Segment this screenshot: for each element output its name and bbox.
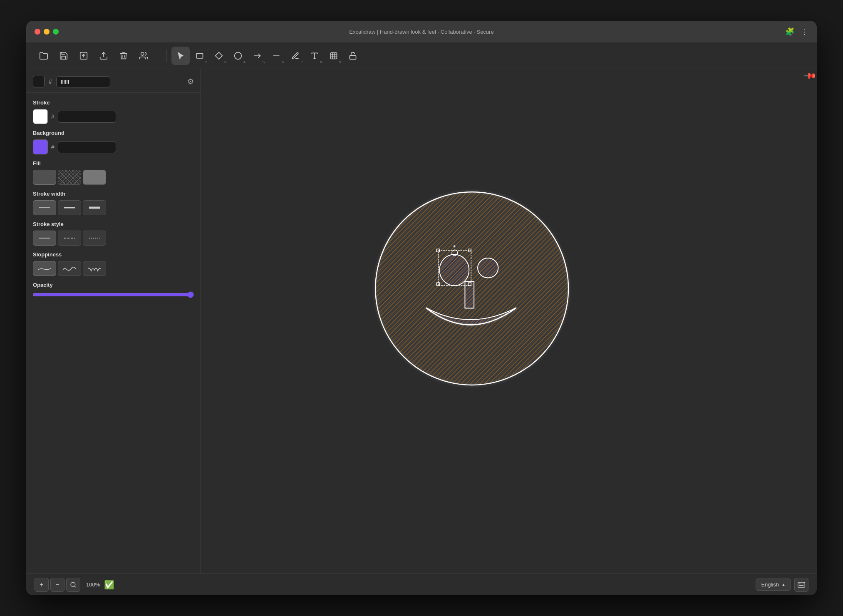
- sloppiness-3-button[interactable]: [83, 261, 106, 276]
- secure-badge: ✅: [104, 580, 114, 590]
- left-panel: # ffffff ⚙ Stroke # 000000 Background: [26, 69, 201, 574]
- opacity-section: Opacity: [33, 282, 194, 300]
- stroke-thick-button[interactable]: [83, 200, 106, 215]
- zoom-controls: + − 100%: [35, 578, 104, 592]
- svg-rect-39: [798, 582, 805, 587]
- svg-rect-36: [465, 281, 474, 308]
- stroke-hash: #: [51, 113, 55, 120]
- fill-crosshatch-button[interactable]: [58, 170, 81, 185]
- menu-icon[interactable]: ⋮: [801, 27, 808, 36]
- ellipse-tool[interactable]: 4: [229, 47, 247, 65]
- title-bar-actions: 🧩 ⋮: [785, 27, 808, 36]
- zoom-reset-button[interactable]: [66, 578, 80, 592]
- export-button[interactable]: [94, 47, 113, 65]
- language-selector[interactable]: English ▲: [756, 579, 791, 591]
- background-section: Background # 7950f2: [33, 130, 194, 154]
- stroke-style-label: Stroke style: [33, 221, 194, 227]
- sloppiness-label: Sloppiness: [33, 251, 194, 258]
- svg-marker-4: [216, 52, 223, 59]
- fill-section: Fill: [33, 160, 194, 185]
- pencil-tool[interactable]: 7: [286, 47, 305, 65]
- stroke-color-swatch[interactable]: [33, 109, 48, 124]
- open-button[interactable]: [35, 47, 53, 65]
- sloppiness-2-button[interactable]: [58, 261, 81, 276]
- window-title: Excalidraw | Hand-drawn look & feel · Co…: [349, 29, 493, 35]
- traffic-lights: [35, 29, 59, 35]
- drawing-tools: 1 2 3 4: [171, 47, 362, 65]
- svg-line-38: [74, 586, 76, 587]
- background-label: Background: [33, 130, 194, 136]
- sloppiness-section: Sloppiness: [33, 251, 194, 276]
- bg-color-section: # ffffff ⚙: [26, 69, 201, 93]
- keyboard-button[interactable]: [794, 578, 808, 592]
- background-row: # 7950f2: [33, 139, 194, 154]
- stroke-width-group: [33, 200, 194, 215]
- app-window: Excalidraw | Hand-drawn look & feel · Co…: [26, 21, 817, 595]
- fill-style-group: [33, 170, 194, 185]
- stroke-width-section: Stroke width: [33, 191, 194, 215]
- zoom-in-button[interactable]: +: [35, 578, 49, 592]
- bg-color-swatch2[interactable]: [33, 139, 48, 154]
- lock-tool[interactable]: [344, 47, 362, 65]
- stroke-dashed-button[interactable]: [58, 231, 81, 246]
- stroke-label: Stroke: [33, 99, 194, 106]
- export-image-button[interactable]: [74, 47, 93, 65]
- toolbar-divider: [166, 50, 166, 62]
- stroke-style-group: [33, 231, 194, 246]
- title-bar: Excalidraw | Hand-drawn look & feel · Co…: [26, 21, 817, 42]
- line-tool[interactable]: 6: [267, 47, 285, 65]
- zoom-out-button[interactable]: −: [50, 578, 64, 592]
- svg-point-5: [235, 52, 242, 59]
- stroke-color-input[interactable]: 000000: [58, 111, 116, 123]
- svg-rect-11: [350, 55, 356, 59]
- arrow-tool[interactable]: 5: [248, 47, 266, 65]
- fill-solid-button[interactable]: [83, 170, 106, 185]
- canvas-svg[interactable]: [201, 69, 817, 574]
- bottom-right: English ▲: [756, 578, 808, 592]
- stroke-dotted-button[interactable]: [83, 231, 106, 246]
- close-button[interactable]: [35, 29, 40, 35]
- clear-button[interactable]: [114, 47, 133, 65]
- stroke-medium-button[interactable]: [58, 200, 81, 215]
- svg-point-35: [478, 258, 498, 278]
- svg-point-34: [439, 254, 469, 286]
- bottom-bar: + − 100% ✅ English ▲: [26, 574, 817, 595]
- save-button[interactable]: [55, 47, 73, 65]
- bg-color-swatch[interactable]: [33, 76, 45, 87]
- fill-hatch-button[interactable]: [33, 170, 56, 185]
- extensions-icon[interactable]: 🧩: [785, 27, 794, 36]
- opacity-slider[interactable]: [33, 291, 194, 298]
- stroke-row: # 000000: [33, 109, 194, 124]
- stroke-solid-button[interactable]: [33, 231, 56, 246]
- bg-color-input[interactable]: ffffff: [56, 76, 110, 87]
- chevron-up-icon: ▲: [781, 582, 786, 587]
- diamond-tool[interactable]: 3: [210, 47, 228, 65]
- opacity-label: Opacity: [33, 282, 194, 288]
- color-settings-button[interactable]: ⚙: [187, 77, 194, 86]
- svg-rect-10: [331, 52, 337, 59]
- bg-hash: #: [51, 144, 55, 150]
- fill-label: Fill: [33, 160, 194, 166]
- hash-icon: #: [49, 78, 52, 85]
- minimize-button[interactable]: [44, 29, 50, 35]
- collaborate-button[interactable]: [134, 47, 153, 65]
- stroke-width-label: Stroke width: [33, 191, 194, 197]
- stroke-thin-button[interactable]: [33, 200, 56, 215]
- text-tool[interactable]: 8: [305, 47, 324, 65]
- language-label: English: [761, 581, 779, 588]
- file-tools: [35, 47, 153, 65]
- main-content: # ffffff ⚙ Stroke # 000000 Background: [26, 69, 817, 574]
- bg-color-input2[interactable]: 7950f2: [58, 141, 116, 153]
- select-tool[interactable]: 1: [171, 47, 190, 65]
- image-tool[interactable]: 9: [325, 47, 343, 65]
- maximize-button[interactable]: [53, 29, 59, 35]
- properties-panel: Stroke # 000000 Background # 7950f2: [26, 93, 201, 574]
- rectangle-tool[interactable]: 2: [191, 47, 209, 65]
- sloppiness-group: [33, 261, 194, 276]
- stroke-section: Stroke # 000000: [33, 99, 194, 124]
- canvas-area[interactable]: 📌: [201, 69, 817, 574]
- sloppiness-1-button[interactable]: [33, 261, 56, 276]
- svg-point-2: [141, 52, 144, 55]
- zoom-level: 100%: [82, 581, 104, 588]
- svg-point-37: [71, 582, 75, 587]
